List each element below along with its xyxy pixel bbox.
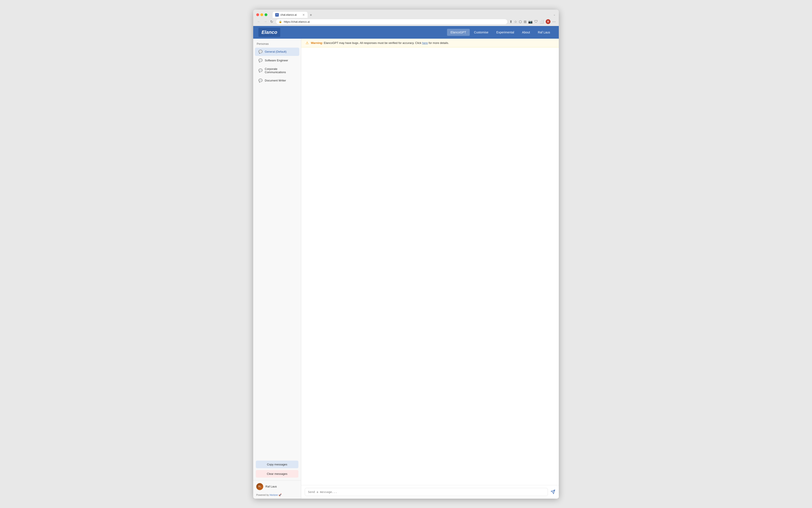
warning-prefix: Warning: bbox=[311, 41, 323, 45]
nav-item-customise[interactable]: Customise bbox=[470, 29, 492, 36]
close-button[interactable] bbox=[256, 13, 259, 16]
persona-corporate-comms[interactable]: 💬 Corporate Communications bbox=[255, 65, 299, 76]
send-button[interactable] bbox=[550, 490, 555, 494]
tab-bar: f chat.elanco.ai ✕ + bbox=[273, 12, 551, 18]
user-name-label: Raf Laus bbox=[265, 485, 277, 488]
more-options-icon[interactable]: ⋯ bbox=[552, 20, 556, 24]
sidebar-buttons: Copy messages Clear messages bbox=[253, 458, 301, 480]
bookmark-icon[interactable]: ☆ bbox=[514, 20, 517, 24]
app-content: Elanco ElancoGPT Customise Experimental … bbox=[253, 26, 559, 499]
persona-se-label: Software Engineer bbox=[265, 59, 288, 62]
persona-se-icon: 💬 bbox=[259, 58, 263, 62]
nav-item-user[interactable]: Raf Laus bbox=[534, 29, 553, 36]
back-button[interactable]: ← bbox=[256, 19, 262, 24]
persona-software-engineer[interactable]: 💬 Software Engineer bbox=[255, 56, 299, 65]
tab-close-icon[interactable]: ✕ bbox=[302, 13, 305, 16]
minimize-button[interactable] bbox=[260, 13, 263, 16]
camera-icon[interactable]: 📷 bbox=[528, 20, 533, 24]
powered-by: Powered by Horizon 🚀 bbox=[253, 493, 301, 499]
persona-dw-label: Document Writer bbox=[265, 79, 286, 82]
powered-by-prefix: Powered by bbox=[256, 494, 270, 496]
browser-window: f chat.elanco.ai ✕ + ⌄ ← → ↻ 🔒 https://c… bbox=[253, 10, 559, 499]
lock-icon: 🔒 bbox=[279, 20, 282, 23]
extensions2-icon[interactable]: ⊞ bbox=[524, 20, 527, 24]
sidebar: Personas 💬 General (Default) 💬 Software … bbox=[253, 39, 301, 499]
warning-here-link[interactable]: here bbox=[422, 41, 428, 45]
copy-messages-button[interactable]: Copy messages bbox=[256, 461, 299, 468]
nav-buttons: ← → ↻ bbox=[256, 19, 274, 24]
nav-items: ElancoGPT Customise Experimental About R… bbox=[447, 29, 553, 36]
chat-area: ⚠ Warning: ElancoGPT may have bugs. All … bbox=[301, 39, 559, 499]
chat-input-area bbox=[301, 485, 559, 499]
logo-text: Elanco bbox=[262, 30, 277, 35]
main-layout: Personas 💬 General (Default) 💬 Software … bbox=[253, 39, 559, 499]
chat-input[interactable] bbox=[305, 488, 548, 496]
user-footer: RL Raf Laus bbox=[253, 480, 301, 493]
app-nav: Elanco ElancoGPT Customise Experimental … bbox=[253, 26, 559, 39]
warning-message: ElancoGPT may have bugs. All responses m… bbox=[324, 41, 422, 45]
persona-document-writer[interactable]: 💬 Document Writer bbox=[255, 77, 299, 85]
maximize-button[interactable] bbox=[265, 13, 267, 16]
send-icon bbox=[550, 490, 555, 494]
nav-item-about[interactable]: About bbox=[518, 29, 534, 36]
url-text: https://chat.elanco.ai bbox=[284, 20, 310, 24]
clear-messages-button[interactable]: Clear messages bbox=[256, 470, 299, 478]
user-avatar: RL bbox=[256, 483, 263, 490]
warning-suffix: for more details. bbox=[429, 41, 449, 45]
active-tab[interactable]: f chat.elanco.ai ✕ bbox=[273, 12, 308, 18]
nav-item-elancogpt[interactable]: ElancoGPT bbox=[447, 29, 470, 36]
tab-favicon: f bbox=[275, 13, 279, 16]
persona-cc-icon: 💬 bbox=[259, 69, 263, 73]
logo-container[interactable]: Elanco bbox=[259, 28, 280, 37]
persona-general[interactable]: 💬 General (Default) bbox=[255, 48, 299, 56]
forward-button[interactable]: → bbox=[263, 19, 268, 24]
horizon-link[interactable]: Horizon bbox=[270, 494, 278, 496]
chat-messages bbox=[301, 47, 559, 485]
warning-banner: ⚠ Warning: ElancoGPT may have bugs. All … bbox=[301, 39, 559, 47]
persona-chat-icon: 💬 bbox=[259, 50, 263, 54]
address-bar: ← → ↻ 🔒 https://chat.elanco.ai ⬆ ☆ ⬡ ⊞ 📷… bbox=[253, 18, 559, 26]
traffic-lights bbox=[256, 13, 267, 16]
persona-dw-icon: 💬 bbox=[259, 79, 263, 83]
sidebar-toggle-icon[interactable]: ⬜ bbox=[540, 20, 544, 24]
toolbar-icons: ⬆ ☆ ⬡ ⊞ 📷 🛡 ⬜ R ⋯ bbox=[509, 19, 556, 24]
browser-titlebar: f chat.elanco.ai ✕ + ⌄ bbox=[253, 10, 559, 18]
persona-general-label: General (Default) bbox=[265, 50, 286, 53]
refresh-button[interactable]: ↻ bbox=[269, 19, 274, 24]
browser-controls: f chat.elanco.ai ✕ + ⌄ bbox=[256, 12, 556, 18]
url-bar[interactable]: 🔒 https://chat.elanco.ai bbox=[276, 19, 507, 24]
share-icon[interactable]: ⬆ bbox=[509, 20, 512, 24]
shield-icon[interactable]: 🛡 bbox=[534, 20, 538, 24]
profile-avatar[interactable]: R bbox=[546, 19, 550, 24]
persona-cc-label: Corporate Communications bbox=[265, 67, 296, 74]
new-tab-button[interactable]: + bbox=[308, 12, 314, 18]
warning-icon: ⚠ bbox=[306, 41, 309, 45]
tab-title: chat.elanco.ai bbox=[280, 13, 301, 16]
user-avatar-image: RL bbox=[256, 483, 263, 490]
nav-item-experimental[interactable]: Experimental bbox=[493, 29, 518, 36]
warning-text: Warning: ElancoGPT may have bugs. All re… bbox=[311, 41, 449, 45]
powered-by-emoji: 🚀 bbox=[278, 494, 281, 496]
extensions-icon[interactable]: ⬡ bbox=[519, 20, 522, 24]
sidebar-section-label: Personas bbox=[253, 42, 301, 48]
